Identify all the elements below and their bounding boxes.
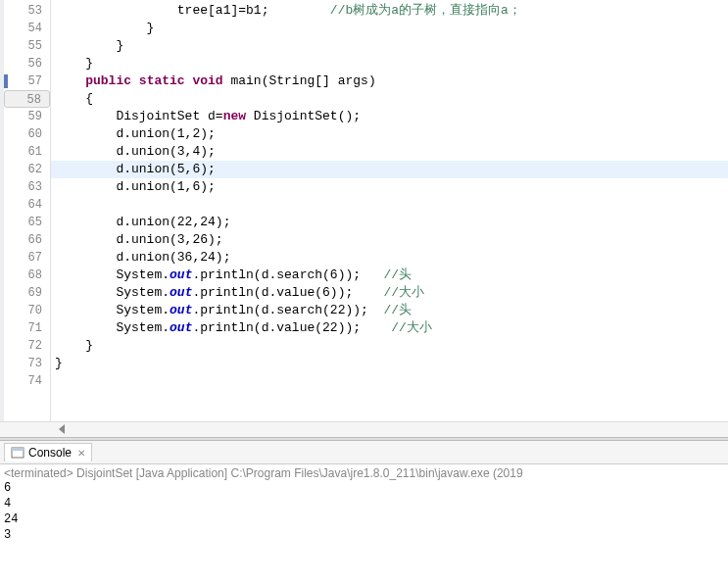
code-token: public static void bbox=[85, 73, 222, 88]
line-number[interactable]: 56 bbox=[4, 55, 50, 73]
code-token: } bbox=[55, 56, 93, 71]
code-line[interactable] bbox=[51, 196, 728, 214]
horizontal-scrollbar[interactable] bbox=[0, 421, 728, 437]
code-token: //b树成为a的子树，直接指向a； bbox=[330, 3, 521, 18]
code-token: } bbox=[55, 338, 93, 353]
code-token: { bbox=[55, 91, 93, 106]
code-line[interactable]: d.union(5,6); bbox=[51, 161, 728, 178]
code-token: d.union(22,24); bbox=[55, 215, 230, 229]
line-number-gutter: 5354555657585960616263646566676869707172… bbox=[4, 0, 51, 421]
line-number[interactable]: 67 bbox=[4, 249, 50, 267]
code-line[interactable]: d.union(1,6); bbox=[51, 178, 728, 196]
code-line[interactable]: { bbox=[51, 90, 728, 108]
code-token: new bbox=[223, 109, 246, 123]
console-output-line: 24 bbox=[4, 511, 724, 527]
code-token: } bbox=[55, 38, 123, 53]
line-number[interactable]: 62 bbox=[4, 161, 50, 178]
code-token: DisjointSet(); bbox=[246, 109, 361, 123]
console-status-line: <terminated> DisjointSet [Java Applicati… bbox=[4, 466, 724, 480]
code-line[interactable]: System.out.println(d.value(22)); //大小 bbox=[51, 319, 728, 337]
code-token: tree[a1]=b1; bbox=[55, 3, 330, 18]
code-line[interactable]: } bbox=[51, 55, 728, 73]
line-number[interactable]: 55 bbox=[4, 37, 50, 55]
line-number[interactable]: 65 bbox=[4, 214, 50, 231]
line-number[interactable]: 57 bbox=[4, 73, 50, 90]
code-token: //大小 bbox=[383, 285, 424, 300]
code-token: .println(d.value(22)); bbox=[192, 320, 391, 335]
console-output: 64243 bbox=[4, 480, 724, 543]
code-token: out bbox=[170, 285, 192, 300]
code-text-area[interactable]: tree[a1]=b1; //b树成为a的子树，直接指向a； } } } pub… bbox=[51, 0, 728, 421]
code-line[interactable]: d.union(3,26); bbox=[51, 231, 728, 249]
code-token: out bbox=[170, 320, 192, 335]
code-line[interactable]: } bbox=[51, 337, 728, 355]
code-token: System. bbox=[55, 303, 170, 317]
code-line[interactable]: System.out.println(d.search(6)); //头 bbox=[51, 267, 728, 284]
console-content[interactable]: <terminated> DisjointSet [Java Applicati… bbox=[0, 464, 728, 545]
code-line[interactable]: DisjointSet d=new DisjointSet(); bbox=[51, 108, 728, 125]
code-line[interactable]: System.out.println(d.value(6)); //大小 bbox=[51, 284, 728, 302]
code-token: main(String[] args) bbox=[223, 73, 376, 88]
line-number[interactable]: 72 bbox=[4, 337, 50, 355]
code-token: d.union(5,6); bbox=[55, 162, 216, 176]
console-tab-bar: Console ✕ bbox=[0, 441, 728, 464]
console-tab[interactable]: Console ✕ bbox=[4, 443, 92, 462]
code-line[interactable]: d.union(1,2); bbox=[51, 125, 728, 143]
line-number[interactable]: 68 bbox=[4, 267, 50, 284]
line-number[interactable]: 74 bbox=[4, 372, 50, 390]
code-token: d.union(3,26); bbox=[55, 232, 223, 247]
code-line[interactable]: public static void main(String[] args) bbox=[51, 73, 728, 90]
line-number[interactable]: 53 bbox=[4, 2, 50, 20]
code-token: //头 bbox=[383, 267, 412, 282]
line-number[interactable]: 59 bbox=[4, 108, 50, 125]
line-number[interactable]: 69 bbox=[4, 284, 50, 302]
line-number[interactable]: 60 bbox=[4, 125, 50, 143]
code-line[interactable]: tree[a1]=b1; //b树成为a的子树，直接指向a； bbox=[51, 2, 728, 20]
console-output-line: 3 bbox=[4, 527, 724, 543]
code-token: d.union(1,6); bbox=[55, 179, 216, 194]
code-token: DisjointSet d= bbox=[55, 109, 223, 123]
code-line[interactable]: d.union(36,24); bbox=[51, 249, 728, 267]
code-token: System. bbox=[55, 285, 170, 300]
code-token: d.union(1,2); bbox=[55, 126, 216, 141]
code-editor[interactable]: 5354555657585960616263646566676869707172… bbox=[0, 0, 728, 421]
code-token: //大小 bbox=[391, 320, 432, 335]
console-output-line: 6 bbox=[4, 480, 724, 496]
line-number[interactable]: 61 bbox=[4, 143, 50, 161]
code-token: d.union(36,24); bbox=[55, 250, 230, 265]
code-token: System. bbox=[55, 320, 170, 335]
code-line[interactable]: } bbox=[51, 355, 728, 372]
line-number[interactable]: 64 bbox=[4, 196, 50, 214]
code-token: .println(d.value(6)); bbox=[192, 285, 383, 300]
code-line[interactable]: d.union(3,4); bbox=[51, 143, 728, 161]
code-token: //头 bbox=[383, 303, 412, 317]
code-line[interactable] bbox=[51, 372, 728, 390]
code-token: out bbox=[170, 267, 192, 282]
code-token bbox=[55, 73, 85, 88]
svg-rect-1 bbox=[12, 448, 24, 451]
console-output-line: 4 bbox=[4, 496, 724, 511]
code-token: } bbox=[55, 21, 154, 35]
code-line[interactable]: d.union(22,24); bbox=[51, 214, 728, 231]
code-token: .println(d.search(22)); bbox=[192, 303, 383, 317]
code-line[interactable]: } bbox=[51, 37, 728, 55]
code-token: out bbox=[170, 303, 192, 317]
line-number[interactable]: 63 bbox=[4, 178, 50, 196]
line-number[interactable]: 58 bbox=[4, 90, 50, 108]
code-token: } bbox=[55, 356, 63, 370]
line-number[interactable]: 70 bbox=[4, 302, 50, 319]
scroll-left-arrow-icon[interactable] bbox=[59, 424, 65, 434]
line-number[interactable]: 73 bbox=[4, 355, 50, 372]
code-line[interactable]: System.out.println(d.search(22)); //头 bbox=[51, 302, 728, 319]
line-number[interactable]: 66 bbox=[4, 231, 50, 249]
console-icon bbox=[11, 446, 24, 460]
code-token: .println(d.search(6)); bbox=[192, 267, 383, 282]
line-number[interactable]: 54 bbox=[4, 20, 50, 37]
code-token: d.union(3,4); bbox=[55, 144, 216, 159]
console-tab-label: Console bbox=[28, 446, 72, 460]
code-line[interactable]: } bbox=[51, 20, 728, 37]
code-token: System. bbox=[55, 267, 170, 282]
close-icon[interactable]: ✕ bbox=[77, 448, 85, 459]
line-number[interactable]: 71 bbox=[4, 319, 50, 337]
